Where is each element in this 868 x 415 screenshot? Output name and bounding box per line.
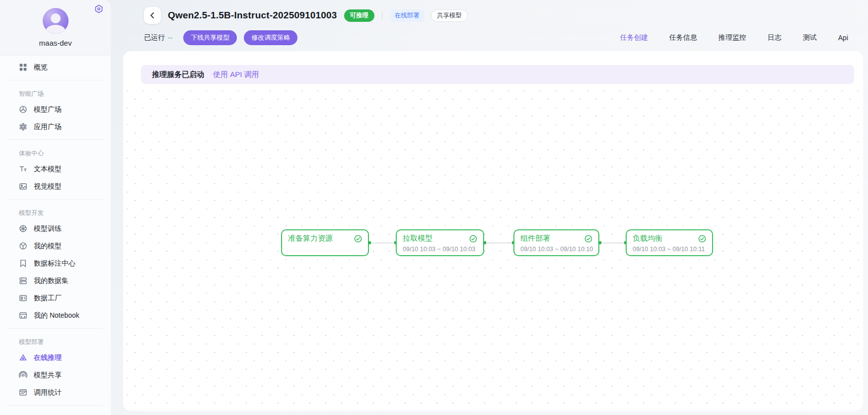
back-button[interactable] xyxy=(144,7,161,24)
sidebar-item-annotation-center[interactable]: 数据标注中心 xyxy=(0,255,111,272)
sidebar-item-my-models[interactable]: 我的模型 xyxy=(0,237,111,255)
check-circle-icon xyxy=(698,235,706,243)
offline-shared-model-button[interactable]: 下线共享模型 xyxy=(183,30,237,45)
id-card-icon xyxy=(19,294,27,302)
sidebar-item-text-model[interactable]: 文本模型 xyxy=(0,160,111,178)
runtime-label: 已运行 xyxy=(144,33,165,42)
service-started-banner: 推理服务已启动 使用 API 调用 xyxy=(141,65,854,84)
notebook-window-icon xyxy=(19,311,27,320)
check-circle-icon xyxy=(584,235,592,243)
sidebar-item-call-statistics[interactable]: 调用统计 xyxy=(0,384,111,401)
grid-icon xyxy=(19,63,27,71)
sidebar-header: maas-dev xyxy=(0,0,111,56)
page-title: Qwen2.5-1.5B-Instruct-202509101003 xyxy=(168,10,337,21)
workspace-name: maas-dev xyxy=(0,39,111,47)
section-label: 模型部署 xyxy=(0,333,111,349)
my-model-icon xyxy=(19,242,27,250)
train-sphere-icon xyxy=(19,224,27,233)
sidebar-item-app-plaza[interactable]: 应用广场 xyxy=(0,118,111,136)
section-label: 体验中心 xyxy=(0,144,111,160)
sidebar-item-model-training[interactable]: 模型训练 xyxy=(0,220,111,237)
image-icon xyxy=(19,182,27,191)
sidebar-item-model-sharing[interactable]: 模型共享 xyxy=(0,366,111,384)
divider xyxy=(7,199,104,200)
sidebar-item-vision-model[interactable]: 视觉模型 xyxy=(0,178,111,195)
check-circle-icon xyxy=(354,235,362,243)
tab-task-create[interactable]: 任务创建 xyxy=(620,33,648,42)
inference-triangle-icon xyxy=(19,353,27,362)
text-icon xyxy=(19,165,27,173)
divider xyxy=(7,139,104,140)
sidebar-item-data-factory[interactable]: 数据工厂 xyxy=(0,289,111,307)
sidebar-item-my-notebook[interactable]: 我的 Notebook xyxy=(0,307,111,324)
tab-inference-monitor[interactable]: 推理监控 xyxy=(719,33,746,42)
tab-test[interactable]: 测试 xyxy=(803,33,817,42)
tab-task-info[interactable]: 任务信息 xyxy=(669,33,697,42)
avatar[interactable] xyxy=(43,8,69,34)
pipeline-node-pull-model[interactable]: 拉取模型 09/10 10:03 ~ 09/10 10:03 xyxy=(396,229,484,256)
deploy-tag: 在线部署 xyxy=(390,9,424,22)
status-badge: 可推理 xyxy=(344,9,375,22)
section-label: 智能广场 xyxy=(0,84,111,101)
sidebar-item-my-datasets[interactable]: 我的数据集 xyxy=(0,272,111,289)
divider: | xyxy=(381,11,383,19)
banner-text: 推理服务已启动 xyxy=(152,70,204,79)
gear-flower-icon xyxy=(19,123,27,131)
runtime-value: -- xyxy=(168,34,172,42)
tab-bar: 任务创建 任务信息 推理监控 日志 测试 Api xyxy=(599,33,848,42)
divider xyxy=(7,328,104,329)
content-card: 推理服务已启动 使用 API 调用 准备算力资源 拉取模型 xyxy=(123,51,863,411)
sidebar-item-online-inference[interactable]: 在线推理 xyxy=(0,349,111,366)
hexagon-settings-icon[interactable] xyxy=(94,4,104,14)
tab-logs[interactable]: 日志 xyxy=(768,33,782,42)
shared-model-tag: 共享模型 xyxy=(431,9,468,22)
pipeline-node-component-deploy[interactable]: 组件部署 09/10 10:03 ~ 09/10 10:10 xyxy=(513,229,599,256)
sidebar-item-model-plaza[interactable]: 模型广场 xyxy=(0,101,111,118)
pipeline-edge xyxy=(370,243,395,243)
page: maas-dev 概览 智能广场 模型广场 应用广场 xyxy=(0,0,868,415)
pipeline-canvas[interactable]: 准备算力资源 拉取模型 09/10 10:03 ~ 09/10 10:03 xyxy=(124,89,862,410)
model-sphere-icon xyxy=(19,105,27,114)
chevron-left-icon xyxy=(149,12,156,19)
section-label: 模型评测 xyxy=(0,410,111,415)
pipeline-node-load-balancer[interactable]: 负载均衡 09/10 10:03 ~ 09/10 10:11 xyxy=(626,229,713,256)
sidebar-item-overview[interactable]: 概览 xyxy=(0,59,111,76)
pipeline-edge xyxy=(485,243,512,243)
top-bar: Qwen2.5-1.5B-Instruct-202509101003 可推理 |… xyxy=(123,0,868,45)
modify-schedule-button[interactable]: 修改调度策略 xyxy=(244,30,297,45)
bookmark-icon xyxy=(19,259,27,268)
use-api-link[interactable]: 使用 API 调用 xyxy=(213,70,259,79)
pipeline-edge xyxy=(600,243,625,243)
sidebar-menu: 概览 智能广场 模型广场 应用广场 体验中心 xyxy=(0,56,111,415)
divider xyxy=(7,405,104,406)
dataset-stack-icon xyxy=(19,277,27,285)
main-area: Qwen2.5-1.5B-Instruct-202509101003 可推理 |… xyxy=(123,0,868,415)
pipeline-node-prepare-compute[interactable]: 准备算力资源 xyxy=(281,229,369,256)
share-spiral-icon xyxy=(19,371,27,379)
divider xyxy=(7,80,104,80)
tab-api[interactable]: Api xyxy=(838,34,848,42)
check-circle-icon xyxy=(469,235,477,243)
stats-window-icon xyxy=(19,388,27,397)
section-label: 模型开发 xyxy=(0,204,111,220)
sidebar: maas-dev 概览 智能广场 模型广场 应用广场 xyxy=(0,0,111,415)
